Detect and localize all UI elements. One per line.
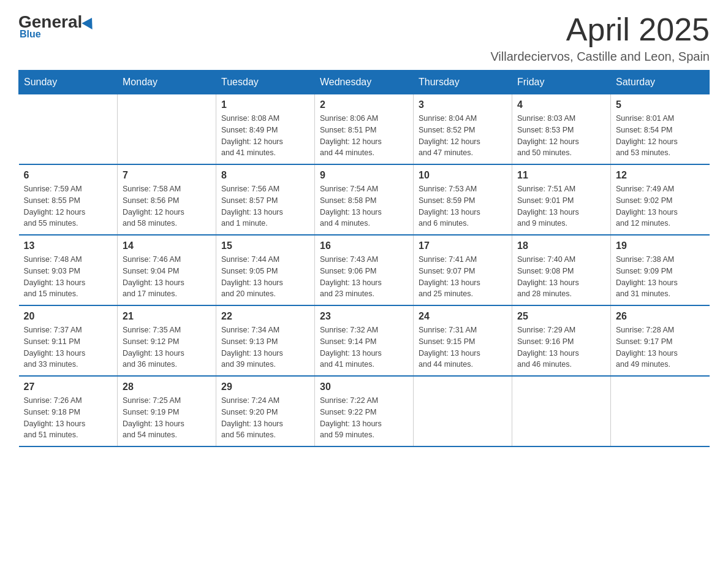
day-number: 9 <box>320 170 408 181</box>
day-info: Sunrise: 7:40 AM Sunset: 9:08 PM Dayligh… <box>517 254 605 300</box>
calendar-cell-w4-d2: 21Sunrise: 7:35 AM Sunset: 9:12 PM Dayli… <box>118 305 216 376</box>
day-info: Sunrise: 8:04 AM Sunset: 8:52 PM Dayligh… <box>419 113 507 159</box>
day-number: 29 <box>221 381 309 393</box>
calendar-cell-w5-d3: 29Sunrise: 7:24 AM Sunset: 9:20 PM Dayli… <box>216 376 315 446</box>
calendar-table: Sunday Monday Tuesday Wednesday Thursday… <box>18 70 710 447</box>
day-number: 17 <box>419 240 507 251</box>
day-number: 8 <box>221 170 309 181</box>
calendar-cell-w2-d1: 6Sunrise: 7:59 AM Sunset: 8:55 PM Daylig… <box>19 164 118 235</box>
calendar-cell-w1-d2 <box>118 94 216 165</box>
calendar-cell-w3-d4: 16Sunrise: 7:43 AM Sunset: 9:06 PM Dayli… <box>315 235 414 305</box>
calendar-body: 1Sunrise: 8:08 AM Sunset: 8:49 PM Daylig… <box>19 94 710 447</box>
calendar-cell-w1-d5: 3Sunrise: 8:04 AM Sunset: 8:52 PM Daylig… <box>414 94 512 165</box>
logo-blue-label: Blue <box>20 29 41 40</box>
logo-triangle-icon <box>82 15 97 29</box>
col-friday: Friday <box>512 71 611 94</box>
calendar-cell-w1-d1 <box>19 94 118 165</box>
day-info: Sunrise: 7:49 AM Sunset: 9:02 PM Dayligh… <box>616 183 705 229</box>
day-number: 14 <box>123 240 211 251</box>
day-info: Sunrise: 8:06 AM Sunset: 8:51 PM Dayligh… <box>320 113 408 159</box>
day-number: 12 <box>616 170 705 181</box>
col-saturday: Saturday <box>611 71 710 94</box>
day-info: Sunrise: 7:34 AM Sunset: 9:13 PM Dayligh… <box>221 324 309 370</box>
day-info: Sunrise: 7:46 AM Sunset: 9:04 PM Dayligh… <box>123 254 211 300</box>
day-info: Sunrise: 7:38 AM Sunset: 9:09 PM Dayligh… <box>616 254 705 300</box>
day-number: 5 <box>616 99 705 110</box>
calendar-cell-w4-d5: 24Sunrise: 7:31 AM Sunset: 9:15 PM Dayli… <box>414 305 512 376</box>
day-number: 20 <box>24 311 113 322</box>
calendar-cell-w5-d6 <box>512 376 611 446</box>
calendar-cell-w3-d3: 15Sunrise: 7:44 AM Sunset: 9:05 PM Dayli… <box>216 235 315 305</box>
day-number: 13 <box>24 240 113 251</box>
calendar-cell-w2-d3: 8Sunrise: 7:56 AM Sunset: 8:57 PM Daylig… <box>216 164 315 235</box>
calendar-cell-w5-d2: 28Sunrise: 7:25 AM Sunset: 9:19 PM Dayli… <box>118 376 216 446</box>
day-number: 30 <box>320 381 408 393</box>
calendar-cell-w4-d6: 25Sunrise: 7:29 AM Sunset: 9:16 PM Dayli… <box>512 305 611 376</box>
day-info: Sunrise: 7:22 AM Sunset: 9:22 PM Dayligh… <box>320 395 408 441</box>
calendar-cell-w1-d6: 4Sunrise: 8:03 AM Sunset: 8:53 PM Daylig… <box>512 94 611 165</box>
calendar-cell-w2-d2: 7Sunrise: 7:58 AM Sunset: 8:56 PM Daylig… <box>118 164 216 235</box>
calendar-header: Sunday Monday Tuesday Wednesday Thursday… <box>19 71 710 94</box>
location-subtitle: Villardeciervos, Castille and Leon, Spai… <box>490 50 710 64</box>
day-info: Sunrise: 7:35 AM Sunset: 9:12 PM Dayligh… <box>123 324 211 370</box>
calendar-cell-w2-d6: 11Sunrise: 7:51 AM Sunset: 9:01 PM Dayli… <box>512 164 611 235</box>
header-row: Sunday Monday Tuesday Wednesday Thursday… <box>19 71 710 94</box>
calendar-cell-w2-d7: 12Sunrise: 7:49 AM Sunset: 9:02 PM Dayli… <box>611 164 710 235</box>
calendar-cell-w1-d3: 1Sunrise: 8:08 AM Sunset: 8:49 PM Daylig… <box>216 94 315 165</box>
day-info: Sunrise: 7:58 AM Sunset: 8:56 PM Dayligh… <box>123 183 211 229</box>
col-wednesday: Wednesday <box>315 71 414 94</box>
day-number: 4 <box>517 99 605 110</box>
calendar-cell-w3-d7: 19Sunrise: 7:38 AM Sunset: 9:09 PM Dayli… <box>611 235 710 305</box>
day-number: 26 <box>616 311 705 322</box>
day-number: 27 <box>24 381 113 393</box>
day-number: 3 <box>419 99 507 110</box>
day-number: 10 <box>419 170 507 181</box>
col-sunday: Sunday <box>19 71 118 94</box>
calendar-cell-w3-d2: 14Sunrise: 7:46 AM Sunset: 9:04 PM Dayli… <box>118 235 216 305</box>
logo: General Blue <box>18 12 96 40</box>
day-info: Sunrise: 7:25 AM Sunset: 9:19 PM Dayligh… <box>123 395 211 441</box>
calendar-cell-w4-d7: 26Sunrise: 7:28 AM Sunset: 9:17 PM Dayli… <box>611 305 710 376</box>
calendar-cell-w5-d1: 27Sunrise: 7:26 AM Sunset: 9:18 PM Dayli… <box>19 376 118 446</box>
day-info: Sunrise: 7:59 AM Sunset: 8:55 PM Dayligh… <box>24 183 113 229</box>
calendar-cell-w5-d5 <box>414 376 512 446</box>
calendar-cell-w1-d7: 5Sunrise: 8:01 AM Sunset: 8:54 PM Daylig… <box>611 94 710 165</box>
day-info: Sunrise: 7:31 AM Sunset: 9:15 PM Dayligh… <box>419 324 507 370</box>
day-number: 21 <box>123 311 211 322</box>
calendar-cell-w5-d7 <box>611 376 710 446</box>
calendar-cell-w3-d5: 17Sunrise: 7:41 AM Sunset: 9:07 PM Dayli… <box>414 235 512 305</box>
day-number: 22 <box>221 311 309 322</box>
week-row-5: 27Sunrise: 7:26 AM Sunset: 9:18 PM Dayli… <box>19 376 710 446</box>
col-monday: Monday <box>118 71 216 94</box>
day-info: Sunrise: 7:48 AM Sunset: 9:03 PM Dayligh… <box>24 254 113 300</box>
day-info: Sunrise: 7:51 AM Sunset: 9:01 PM Dayligh… <box>517 183 605 229</box>
day-number: 23 <box>320 311 408 322</box>
day-number: 7 <box>123 170 211 181</box>
day-info: Sunrise: 7:44 AM Sunset: 9:05 PM Dayligh… <box>221 254 309 300</box>
month-year-title: April 2025 <box>490 12 710 47</box>
day-number: 15 <box>221 240 309 251</box>
calendar-cell-w4-d4: 23Sunrise: 7:32 AM Sunset: 9:14 PM Dayli… <box>315 305 414 376</box>
day-number: 11 <box>517 170 605 181</box>
day-number: 6 <box>24 170 113 181</box>
day-number: 28 <box>123 381 211 393</box>
day-info: Sunrise: 7:43 AM Sunset: 9:06 PM Dayligh… <box>320 254 408 300</box>
calendar-cell-w4-d1: 20Sunrise: 7:37 AM Sunset: 9:11 PM Dayli… <box>19 305 118 376</box>
day-info: Sunrise: 8:01 AM Sunset: 8:54 PM Dayligh… <box>616 113 705 159</box>
calendar-cell-w3-d1: 13Sunrise: 7:48 AM Sunset: 9:03 PM Dayli… <box>19 235 118 305</box>
day-info: Sunrise: 7:26 AM Sunset: 9:18 PM Dayligh… <box>24 395 113 441</box>
day-info: Sunrise: 7:32 AM Sunset: 9:14 PM Dayligh… <box>320 324 408 370</box>
day-info: Sunrise: 7:53 AM Sunset: 8:59 PM Dayligh… <box>419 183 507 229</box>
week-row-2: 6Sunrise: 7:59 AM Sunset: 8:55 PM Daylig… <box>19 164 710 235</box>
day-info: Sunrise: 7:28 AM Sunset: 9:17 PM Dayligh… <box>616 324 705 370</box>
day-number: 24 <box>419 311 507 322</box>
day-number: 19 <box>616 240 705 251</box>
day-info: Sunrise: 8:08 AM Sunset: 8:49 PM Dayligh… <box>221 113 309 159</box>
day-info: Sunrise: 8:03 AM Sunset: 8:53 PM Dayligh… <box>517 113 605 159</box>
calendar-cell-w3-d6: 18Sunrise: 7:40 AM Sunset: 9:08 PM Dayli… <box>512 235 611 305</box>
day-info: Sunrise: 7:54 AM Sunset: 8:58 PM Dayligh… <box>320 183 408 229</box>
calendar-cell-w4-d3: 22Sunrise: 7:34 AM Sunset: 9:13 PM Dayli… <box>216 305 315 376</box>
week-row-3: 13Sunrise: 7:48 AM Sunset: 9:03 PM Dayli… <box>19 235 710 305</box>
header: General Blue April 2025 Villardeciervos,… <box>18 12 710 64</box>
calendar-cell-w5-d4: 30Sunrise: 7:22 AM Sunset: 9:22 PM Dayli… <box>315 376 414 446</box>
